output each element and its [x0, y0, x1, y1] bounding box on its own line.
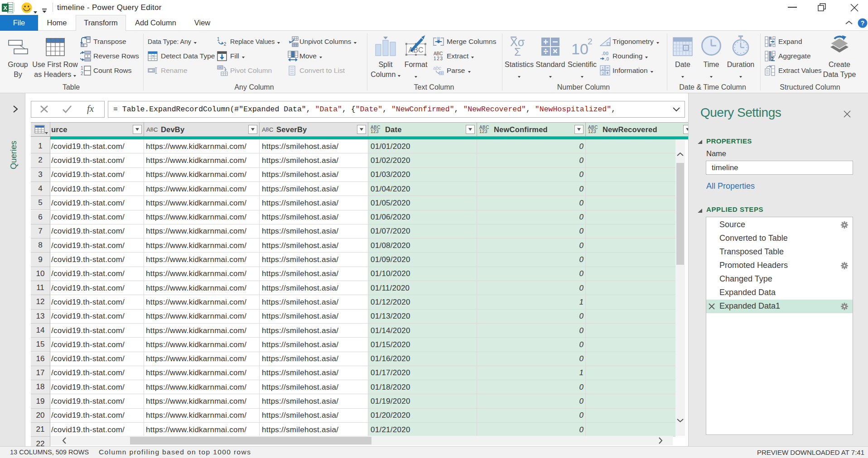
- svg-text:ABC: ABC: [434, 51, 443, 56]
- svg-text:?: ?: [861, 19, 865, 27]
- svg-text:abc: abc: [433, 65, 441, 71]
- svg-text:1: 1: [602, 66, 604, 70]
- svg-text:.00: .00: [602, 51, 608, 56]
- svg-text:2: 2: [224, 42, 227, 47]
- svg-text:X: X: [3, 5, 7, 11]
- svg-text:123: 123: [434, 56, 443, 61]
- svg-text:2: 2: [588, 37, 593, 46]
- svg-text:2: 2: [81, 71, 83, 76]
- svg-text:?: ?: [152, 54, 154, 59]
- svg-text:.0: .0: [605, 56, 609, 62]
- svg-text:10: 10: [571, 40, 588, 56]
- svg-text:Σ: Σ: [771, 55, 775, 62]
- svg-text:3: 3: [602, 71, 604, 75]
- svg-text:1: 1: [217, 37, 220, 42]
- svg-text:1: 1: [81, 66, 83, 71]
- svg-text:Σ: Σ: [514, 46, 521, 56]
